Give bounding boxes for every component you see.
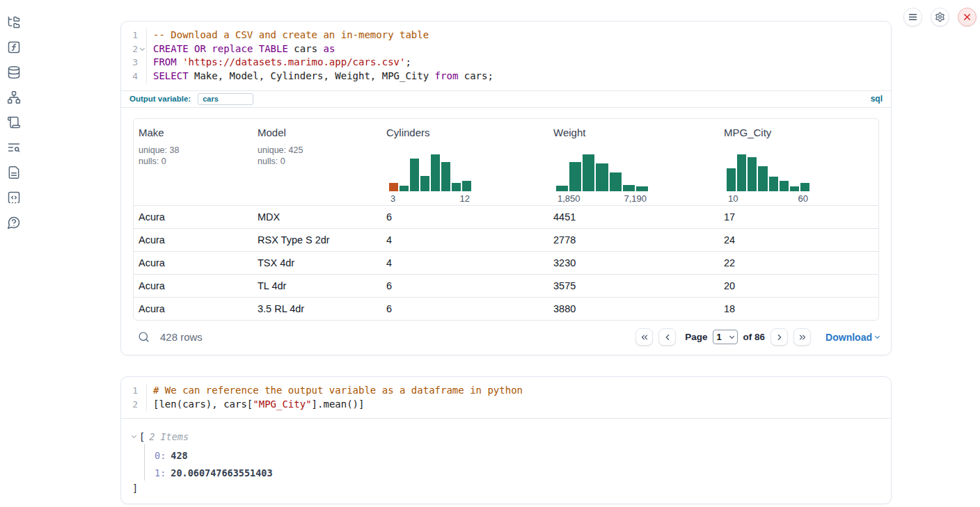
histogram-bar [610,172,622,191]
column-header-weight[interactable]: Weight 1,8507,190 [548,119,719,205]
histogram-axis: 1,8507,190 [556,193,648,204]
table-cell: Acura [134,234,253,246]
sidebar-item-dependencies[interactable] [6,90,22,105]
sidebar-item-documentation[interactable] [6,165,22,180]
table-cell: 24 [719,234,878,246]
file-tree-icon [7,15,21,29]
sql-cell-output: Make unique: 38 nulls: 0 Model unique: 4… [121,107,891,355]
table-row[interactable]: AcuraTL 4dr6357520 [134,274,878,297]
download-button[interactable]: Download [825,332,879,343]
column-title: Make [139,127,248,138]
table-header: Make unique: 38 nulls: 0 Model unique: 4… [134,119,878,205]
close-icon [962,12,972,22]
output-list-header: [ 2 Items [132,431,880,442]
previous-page-button[interactable] [658,328,676,346]
line-number: 4 [121,70,138,83]
next-page-button[interactable] [770,328,788,346]
sidebar-item-datasources[interactable] [6,65,22,80]
column-header-cylinders[interactable]: Cylinders 312 [381,119,548,205]
sidebar-item-functions[interactable] [6,40,22,55]
histogram-axis: 1060 [727,193,809,204]
item-key: 1: [155,467,166,478]
code-line[interactable]: 4SELECT Make, Model, Cylinders, Weight, … [121,70,891,83]
histogram-bar [452,183,461,191]
search-icon[interactable] [138,331,150,343]
output-variable-label: Output variable: [129,95,191,103]
output-list-items: 0:428 1:20.060747663551403 [144,444,880,481]
page-select[interactable]: 1 [713,330,738,344]
histogram-bar [769,177,778,191]
file-text-icon [7,166,21,179]
table-cell: 6 [381,303,548,314]
histogram-bar [748,157,757,191]
help-bubble-icon [7,216,21,230]
histogram-bar [441,162,450,191]
chevron-right-icon [775,332,784,342]
code-line[interactable]: 3FROM 'https://datasets.marimo.app/cars.… [121,56,891,70]
table-cell: TSX 4dr [253,257,381,268]
weight-histogram[interactable]: 1,8507,190 [556,154,648,204]
table-cell: Acura [134,303,253,314]
text-search-icon [7,140,21,154]
line-number: 2 [121,42,138,56]
table-cell: 6 [381,280,548,291]
column-title: MPG_City [724,127,874,138]
table-cell: Acura [134,257,253,268]
table-row[interactable]: AcuraMDX6445117 [134,205,878,228]
fold-icon[interactable] [139,46,144,51]
close-bracket: ] [132,483,880,494]
sidebar-item-logs[interactable] [6,140,22,155]
code-line[interactable]: 2CREATE OR replace TABLE cars as [121,42,891,56]
histogram-bar [420,176,429,191]
function-square-icon [7,40,21,54]
settings-button[interactable] [931,8,949,26]
histogram-bar [410,159,419,191]
table-cell: Acura [134,211,253,223]
table-cell: 6 [381,211,548,223]
cylinders-histogram[interactable]: 312 [389,154,471,204]
column-header-model[interactable]: Model unique: 425 nulls: 0 [253,119,381,205]
column-header-make[interactable]: Make unique: 38 nulls: 0 [134,119,253,205]
mpg-city-histogram[interactable]: 1060 [727,154,809,204]
code-line[interactable]: 2[len(cars), cars["MPG_City"].mean()] [121,398,891,412]
line-number: 1 [121,29,138,42]
last-page-button[interactable] [793,328,811,346]
line-number: 1 [121,384,138,398]
python-code-editor[interactable]: 1# We can reference the output variable … [121,377,891,418]
sidebar [0,0,28,507]
histogram-bar [556,186,568,191]
column-header-mpg-city[interactable]: MPG_City 1060 [719,119,878,205]
column-stats: unique: 38 nulls: 0 [139,145,248,168]
sidebar-item-snippets[interactable] [6,190,22,205]
row-count: 428 rows [160,331,203,343]
column-stats: unique: 425 nulls: 0 [258,145,377,168]
table-cell: 4451 [548,211,719,223]
table-row[interactable]: AcuraRSX Type S 2dr4277824 [134,228,878,251]
table-row[interactable]: AcuraTSX 4dr4323022 [134,251,878,274]
list-item: 1:20.060747663551403 [155,467,880,478]
python-cell-output: [ 2 Items 0:428 1:20.060747663551403 ] [121,418,891,504]
sidebar-item-file-tree[interactable] [6,15,22,30]
shutdown-button[interactable] [958,8,977,26]
table-row[interactable]: Acura3.5 RL 4dr6388018 [134,297,878,320]
language-badge[interactable]: sql [871,94,883,104]
items-count-label: 2 Items [149,431,189,442]
menu-button[interactable] [903,8,922,26]
code-line[interactable]: 1# We can reference the output variable … [121,384,891,398]
sidebar-item-help[interactable] [6,215,22,230]
gear-icon [935,12,945,22]
page-label: Page [685,332,707,342]
line-number: 3 [121,56,138,70]
histogram-bar [737,154,746,191]
table-cell: 4 [381,234,548,246]
table-cell: 3230 [548,257,719,268]
page-total: of 86 [743,332,766,342]
topbar-actions [903,8,977,26]
collapse-icon[interactable] [132,433,136,438]
sidebar-item-scratchpad[interactable] [6,115,22,130]
code-line[interactable]: 1-- Download a CSV and create an in-memo… [121,29,891,42]
first-page-button[interactable] [635,328,653,346]
download-label: Download [825,332,872,343]
sql-code-editor[interactable]: 1-- Download a CSV and create an in-memo… [121,22,891,90]
output-variable-input[interactable] [198,93,253,105]
